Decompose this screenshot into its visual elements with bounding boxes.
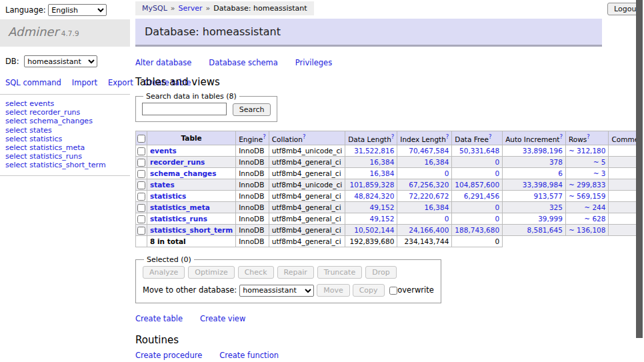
index-length-link[interactable]: 67,256,320	[397, 179, 452, 191]
data-length-link[interactable]: 10,502,144	[345, 225, 397, 236]
row-checkbox[interactable]	[137, 215, 145, 223]
overwrite-checkbox[interactable]	[389, 287, 397, 295]
index-length-link[interactable]: 16,384	[397, 202, 452, 213]
check-button[interactable]: Check	[238, 266, 274, 279]
sidebar-item-select-table-select-statistics[interactable]: select statistics	[5, 135, 125, 143]
help-link[interactable]: ?	[263, 133, 266, 140]
db-action-link-privileges[interactable]: Privileges	[295, 58, 332, 67]
truncate-button[interactable]: Truncate	[317, 266, 362, 279]
row-checkbox[interactable]	[137, 181, 145, 189]
table-name-link[interactable]: statistics	[150, 192, 186, 200]
repair-button[interactable]: Repair	[277, 266, 314, 279]
breadcrumb-link-mysql[interactable]: MySQL	[142, 4, 167, 13]
select-all-checkbox[interactable]	[137, 135, 145, 143]
rows-link[interactable]: ~ 3	[565, 168, 609, 179]
copy-button[interactable]: Copy	[353, 284, 385, 297]
auto-increment-link[interactable]: 33,398,984	[503, 179, 566, 191]
help-link[interactable]: ?	[446, 133, 449, 140]
table-name-link[interactable]: statistics_runs	[150, 215, 207, 223]
sidebar-item-select-table-select-schema-changes[interactable]: select schema_changes	[5, 117, 125, 125]
create-links: Create tableCreate view	[135, 314, 636, 323]
auto-increment-link[interactable]: 39,999	[503, 213, 566, 225]
breadcrumb-link-server[interactable]: Server	[179, 4, 203, 13]
rows-link[interactable]: ~ 569,159	[565, 191, 609, 202]
rows-link[interactable]: ~ 244	[565, 202, 609, 213]
data-length-link[interactable]: 31,522,816	[345, 145, 397, 157]
data-length-link[interactable]: 48,824,320	[345, 191, 397, 202]
auto-increment-link[interactable]: 33,898,196	[503, 145, 566, 157]
help-link[interactable]: ?	[489, 133, 492, 140]
row-checkbox[interactable]	[137, 193, 145, 201]
search-input[interactable]	[142, 103, 227, 115]
rows-link[interactable]: ~ 312,180	[565, 145, 609, 157]
row-checkbox[interactable]	[137, 227, 145, 235]
table-name-link[interactable]: events	[150, 147, 177, 155]
data-free-link[interactable]: 188,743,680	[452, 225, 503, 236]
auto-increment-link[interactable]: 325	[503, 202, 566, 213]
table-name-link[interactable]: schema_changes	[150, 169, 217, 177]
analyze-button[interactable]: Analyze	[143, 266, 185, 279]
help-link[interactable]: ?	[391, 133, 395, 140]
sidebar-item-select-table-select-states[interactable]: select states	[5, 126, 125, 135]
row-checkbox[interactable]	[137, 170, 145, 178]
data-free-link[interactable]: 0	[452, 213, 503, 225]
data-free-link[interactable]: 50,331,648	[452, 145, 503, 157]
db-select[interactable]: homeassistant	[24, 55, 97, 67]
table-name-link[interactable]: states	[150, 181, 175, 189]
index-length-link[interactable]: 16,384	[397, 157, 452, 168]
help-link[interactable]: ?	[303, 133, 306, 140]
rows-link[interactable]: ~ 628	[565, 213, 609, 225]
sidebar-item-select-table-select-events[interactable]: select events	[5, 99, 125, 108]
data-length-link[interactable]: 101,859,328	[345, 179, 397, 191]
routine-link-create-function[interactable]: Create function	[219, 351, 279, 360]
move-database-select[interactable]: homeassistant	[239, 285, 314, 297]
create-link-create-table[interactable]: Create table	[135, 314, 183, 323]
sidebar-action-link-sql-command[interactable]: SQL command	[5, 78, 61, 87]
index-length-link[interactable]: 24,166,400	[397, 225, 452, 236]
sidebar-action-link-export[interactable]: Export	[108, 78, 133, 87]
data-length-link[interactable]: 16,384	[345, 168, 397, 179]
data-free-link[interactable]: 104,857,600	[452, 179, 503, 191]
table-name-link[interactable]: recorder_runs	[150, 158, 205, 166]
routine-link-create-procedure[interactable]: Create procedure	[135, 351, 202, 360]
scrollbar-thumb[interactable]	[636, 0, 643, 338]
row-checkbox[interactable]	[137, 147, 145, 155]
auto-increment-link[interactable]: 913,577	[503, 191, 566, 202]
table-name-link[interactable]: statistics_meta	[150, 203, 210, 211]
auto-increment-link[interactable]: 8,581,645	[503, 225, 566, 236]
index-length-link[interactable]: 70,467,584	[397, 145, 452, 157]
index-length-link[interactable]: 72,220,672	[397, 191, 452, 202]
db-action-link-database-schema[interactable]: Database schema	[209, 58, 277, 67]
rows-link[interactable]: ~ 136,108	[565, 225, 609, 236]
move-button[interactable]: Move	[317, 284, 350, 297]
data-free-link[interactable]: 0	[452, 157, 503, 168]
index-length-link[interactable]: 0	[397, 168, 452, 179]
optimize-button[interactable]: Optimize	[188, 266, 234, 279]
sidebar-item-select-table-select-statistics-runs[interactable]: select statistics_runs	[5, 152, 125, 161]
language-select[interactable]: English	[48, 4, 107, 16]
data-length-link[interactable]: 49,152	[345, 213, 397, 225]
sidebar-action-link-import[interactable]: Import	[72, 78, 97, 87]
sidebar-item-select-table-select-recorder-runs[interactable]: select recorder_runs	[5, 108, 125, 117]
help-link[interactable]: ?	[587, 133, 590, 140]
table-name-link[interactable]: statistics_short_term	[150, 226, 233, 234]
data-free-link[interactable]: 0	[452, 168, 503, 179]
help-link[interactable]: ?	[559, 133, 563, 140]
row-checkbox[interactable]	[137, 204, 145, 212]
search-button[interactable]: Search	[233, 103, 271, 116]
row-checkbox[interactable]	[137, 159, 145, 167]
rows-link[interactable]: ~ 5	[565, 157, 609, 168]
data-length-link[interactable]: 49,152	[345, 202, 397, 213]
index-length-link[interactable]: 0	[397, 213, 452, 225]
auto-increment-link[interactable]: 6	[503, 168, 566, 179]
sidebar-item-select-table-select-statistics-meta[interactable]: select statistics_meta	[5, 143, 125, 152]
create-link-create-view[interactable]: Create view	[200, 314, 245, 323]
rows-link[interactable]: ~ 299,833	[565, 179, 609, 191]
sidebar-item-select-table-select-statistics-short-term[interactable]: select statistics_short_term	[5, 161, 125, 169]
data-length-link[interactable]: 16,384	[345, 157, 397, 168]
auto-increment-link[interactable]: 378	[503, 157, 566, 168]
data-free-link[interactable]: 0	[452, 202, 503, 213]
drop-button[interactable]: Drop	[365, 266, 396, 279]
data-free-link[interactable]: 6,291,456	[452, 191, 503, 202]
db-action-link-alter-database[interactable]: Alter database	[135, 58, 191, 67]
